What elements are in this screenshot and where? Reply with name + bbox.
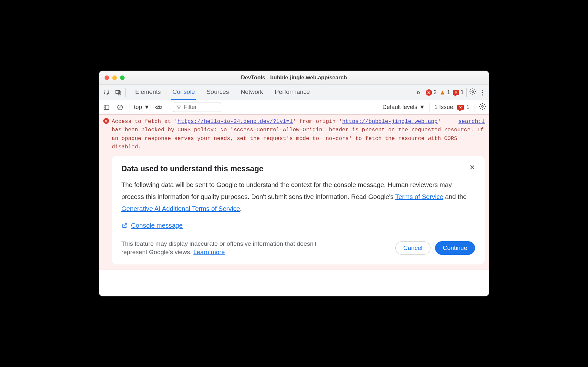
error-url-2[interactable]: https://bubble-jingle.web.app [342, 118, 438, 124]
external-link-icon [121, 223, 128, 229]
titlebar: DevTools - bubble-jingle.web.app/search [99, 71, 489, 85]
panel-tabs: Elements Console Sources Network Perform… [134, 85, 311, 100]
dropdown-icon: ▼ [419, 104, 425, 111]
continue-button[interactable]: Continue [435, 241, 475, 255]
gen-ai-tos-link[interactable]: Generative AI Additional Terms of Servic… [121, 205, 240, 212]
window-title: DevTools - bubble-jingle.web.app/search [99, 74, 489, 81]
svg-rect-1 [116, 90, 120, 93]
filter-input[interactable]: Filter [173, 103, 221, 112]
divider [168, 103, 168, 112]
filter-icon [176, 105, 181, 110]
ai-consent-card: Data used to understand this message ✕ T… [112, 156, 485, 264]
disclaimer-text: This feature may display inaccurate or o… [121, 240, 328, 257]
tab-performance[interactable]: Performance [273, 85, 311, 100]
console-body: ✕ search:1 Access to fetch at 'https://h… [99, 114, 489, 296]
issue-count-badge[interactable]: ✕ 1 [453, 89, 464, 96]
context-selector[interactable]: top ▼ [134, 104, 150, 111]
issue-icon: ✕ [453, 90, 459, 95]
error-count: 2 [433, 89, 437, 96]
console-toolbar: top ▼ Filter Default levels ▼ 1 Issue: ✕… [99, 100, 489, 114]
svg-point-9 [482, 105, 483, 107]
tab-sources[interactable]: Sources [205, 85, 230, 100]
divider [430, 103, 430, 112]
warning-icon: ▲ [439, 89, 446, 96]
error-count-badge[interactable]: ✕ 2 [426, 89, 437, 96]
divider [466, 88, 467, 97]
error-icon: ✕ [426, 89, 432, 96]
card-title: Data used to understand this message [121, 164, 263, 173]
kebab-menu-icon[interactable]: ⋮ [479, 88, 486, 97]
log-levels-selector[interactable]: Default levels ▼ [382, 104, 425, 111]
tab-network[interactable]: Network [239, 85, 265, 100]
issue-label: 1 Issue: [434, 104, 455, 111]
warning-count-badge[interactable]: ▲ 1 [439, 89, 450, 96]
svg-line-7 [118, 106, 122, 109]
issue-count: 1 [461, 89, 464, 96]
divider [129, 103, 129, 112]
error-source-link[interactable]: search:1 [458, 117, 485, 126]
issue-count: 1 [466, 104, 470, 111]
divider [125, 88, 126, 97]
svg-point-3 [472, 91, 474, 93]
tos-link[interactable]: Terms of Service [395, 193, 443, 200]
tab-console[interactable]: Console [171, 85, 196, 100]
tabs-bar: Elements Console Sources Network Perform… [99, 85, 489, 100]
filter-placeholder: Filter [184, 104, 197, 111]
tab-elements[interactable]: Elements [134, 85, 162, 100]
divider [474, 103, 474, 112]
settings-icon[interactable] [469, 88, 476, 97]
issue-icon: ✕ [457, 105, 464, 110]
more-tabs-icon[interactable]: » [413, 88, 423, 97]
levels-label: Default levels [382, 104, 417, 111]
close-icon[interactable]: ✕ [469, 164, 475, 171]
card-body: The following data will be sent to Googl… [121, 179, 475, 215]
inspect-element-icon[interactable] [102, 88, 112, 97]
live-expression-icon[interactable] [154, 103, 163, 112]
console-settings-icon[interactable] [479, 103, 486, 112]
cancel-button[interactable]: Cancel [395, 241, 431, 255]
error-message: search:1 Access to fetch at 'https://hel… [112, 117, 485, 151]
console-error-row: ✕ search:1 Access to fetch at 'https://h… [99, 114, 489, 270]
issues-summary[interactable]: 1 Issue: ✕ 1 [434, 104, 470, 111]
console-message-link[interactable]: Console message [121, 222, 183, 229]
device-toolbar-icon[interactable] [114, 88, 123, 97]
toggle-sidebar-icon[interactable] [102, 103, 111, 112]
error-url-1[interactable]: https://hello-io-24.deno.dev/?lvl=1 [177, 118, 293, 124]
devtools-window: DevTools - bubble-jingle.web.app/search … [99, 71, 489, 296]
learn-more-link[interactable]: Learn more [193, 249, 225, 255]
dropdown-icon: ▼ [144, 104, 150, 111]
context-label: top [134, 104, 142, 111]
clear-console-icon[interactable] [116, 103, 125, 112]
warning-count: 1 [447, 89, 450, 96]
svg-point-8 [158, 106, 160, 108]
error-icon: ✕ [103, 118, 109, 124]
